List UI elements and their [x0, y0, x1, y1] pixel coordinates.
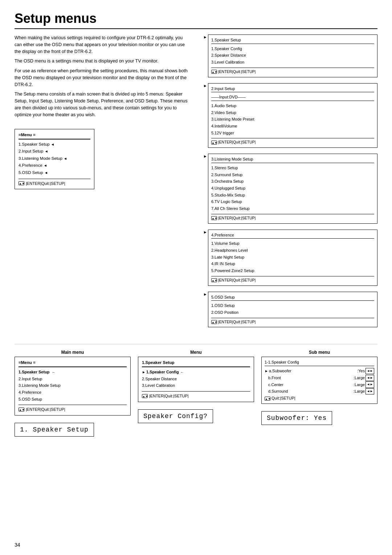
main-menu-title: =Menu =	[19, 131, 90, 139]
is-item3: 3.Listening Mode Preset	[211, 116, 374, 123]
bottom-main-menu-box: =Menu = 1.Speaker Setup ← 2.Input Setup …	[15, 357, 131, 416]
listening-mode-title: 3.Listening Mode Setup	[211, 156, 374, 163]
sub-item-d-row: d.Surround :Large ◄►	[265, 388, 374, 395]
listening-mode-box: 3.Listening Mode Setup 1.Stereo Setup 2.…	[208, 154, 377, 223]
sub-item-c-row: c.Center :Large ◄►	[265, 381, 374, 388]
osd-setup-title: 5.OSD Setup	[211, 294, 374, 301]
menu-item-5: 5.OSD Setup ◄	[19, 169, 90, 177]
sub-item-b-row: b.Front :Large ◄►	[265, 374, 374, 381]
lm-item3: 3.Orchestra Setup	[211, 178, 374, 185]
bottom-main-title: =Menu =	[19, 359, 127, 367]
bottom-sub-footer-text: Quit:|SETUP|	[271, 396, 295, 400]
menu-item-3: 3.Listening Mode Setup ◄	[19, 155, 90, 162]
bottom-menu-title: 1.Speaker Setup	[142, 359, 250, 367]
is-item5: 5.12V trigger	[211, 130, 374, 137]
bottom-mm-item2: 2.Input Setup	[19, 376, 127, 382]
sub-tag-d: ◄►	[366, 388, 374, 394]
is-item2: 2.Video Setup	[211, 109, 374, 116]
sub-tag-c: ◄►	[366, 381, 374, 388]
pref-item4: 4.IR IN Setup	[211, 260, 374, 267]
listening-mode-row: ► 3.Listening Mode Setup 1.Stereo Setup …	[203, 154, 377, 223]
osd-setup-box: 5.OSD Setup 1.OSD Setup 2.OSD Position ▲…	[208, 292, 377, 328]
bottom-menu-item1: 1.Speaker Config	[146, 369, 179, 376]
bottom-submenu-col: Sub menu 1-1.Speaker Config ► a.Subwoofe…	[261, 350, 377, 425]
ss-item2: 2.Speaker Distance	[211, 52, 374, 59]
bottom-mm-item1: 1.Speaker Setup ←	[19, 369, 127, 376]
arrow-speaker: ►	[203, 35, 207, 77]
lm-footer: ▲▼ |ENTER|Quit:|SETUP|	[211, 214, 374, 222]
sub-item-d: d.Surround	[268, 388, 288, 395]
is-item1: 1.Audio Setup	[211, 102, 374, 109]
lm-item4: 4.Unplugged Setup	[211, 185, 374, 192]
bottom-mm-item5: 5.OSD Setup	[19, 396, 127, 403]
osd-footer-text: |ENTER|Quit:|SETUP|	[218, 319, 256, 325]
is-item4: 4.IntelliVolume	[211, 123, 374, 130]
arrow-listening: ►	[203, 154, 207, 223]
lcd-menu: Speaker Config?	[138, 409, 213, 423]
arrow-osd: ►	[203, 292, 207, 328]
is-footer-text: |ENTER|Quit:|SETUP|	[218, 139, 256, 146]
submenu-label: Sub menu	[261, 350, 377, 355]
intro-para2: The OSD menu is a settings menu that is …	[15, 58, 189, 65]
input-setup-title: 2.Input Setup	[211, 85, 374, 93]
ss-item1: 1.Speaker Config	[211, 45, 374, 52]
speaker-setup-title: 1.Speaker Setup	[211, 37, 374, 44]
preference-box: 4.Preference 1.Volume Setup 2.Headphones…	[208, 230, 377, 286]
osd-item2: 2.OSD Position	[211, 309, 374, 316]
menu-label: Menu	[138, 350, 254, 355]
osd-footer: ▲▼ |ENTER|Quit:|SETUP|	[211, 318, 374, 325]
preference-title: 4.Preference	[211, 232, 374, 239]
bottom-menu-footer-text: |ENTER|Quit:|SETUP|	[149, 393, 189, 400]
menu-item-1: 1.Speaker Setup ◄	[19, 141, 90, 148]
page-number: 34	[15, 542, 20, 548]
input-setup-row: ► 2.Input Setup ——Input:DVD—— 1.Audio Se…	[203, 83, 377, 148]
lm-item7: 7.All Ch Stereo Setup	[211, 205, 374, 212]
bottom-menu-box: 1.Speaker Setup ► 1.Speaker Config ← 2.S…	[138, 357, 254, 402]
bottom-mm-item3: 3.Listening Mode Setup	[19, 382, 127, 389]
bottom-sub-title: 1-1.Speaker Config	[265, 359, 374, 366]
bottom-menu-footer: ▲▼ |ENTER|Quit:|SETUP|	[142, 391, 250, 400]
lm-item1: 1.Stereo Setup	[211, 165, 374, 171]
lm-ctrl: ▲▼	[211, 216, 217, 220]
bottom-sub-footer: ▲▼ Quit:|SETUP|	[265, 395, 374, 402]
lm-footer-text: |ENTER|Quit:|SETUP|	[218, 215, 256, 222]
input-subtitle: ——Input:DVD——	[211, 94, 374, 101]
intro-para4: The Setup menu consists of a main screen…	[15, 91, 189, 118]
preference-row: ► 4.Preference 1.Volume Setup 2.Headphon…	[203, 230, 377, 286]
speaker-setup-box: 1.Speaker Setup 1.Speaker Config 2.Speak…	[208, 35, 377, 77]
is-ctrl: ▲▼	[211, 141, 217, 145]
osd-setup-row: ► 5.OSD Setup 1.OSD Setup 2.OSD Position…	[203, 292, 377, 328]
lm-item6: 6.TV Logic Setup	[211, 198, 374, 205]
bottom-menu-item2: 2.Speaker Distance	[142, 376, 250, 382]
main-menu-footer: ▲▼ |ENTER|Quit:|SETUP|	[19, 179, 90, 187]
sub-val-c: :Large	[354, 381, 365, 388]
osd-item1: 1.OSD Setup	[211, 302, 374, 309]
lcd-sub: Subwoofer: Yes	[261, 411, 332, 425]
lm-item5: 5.Studio-Mix Setup	[211, 192, 374, 199]
lcd-main: 1. Speaker Setup	[15, 423, 94, 437]
bottom-mm-ctrl: ▲▼	[19, 408, 24, 412]
ss-footer-text: |ENTER|Quit:|SETUP|	[218, 69, 256, 75]
bottom-main-menu-col: Main menu =Menu = 1.Speaker Setup ← 2.In…	[15, 350, 131, 437]
bottom-menu-item1-row: ► 1.Speaker Config ←	[142, 369, 250, 376]
sub-val-d: :Large	[354, 388, 365, 395]
bottom-submenu-box: 1-1.Speaker Config ► a.Subwoofer :Yes ◄►…	[261, 357, 377, 404]
pref-item5: 5.Powered Zone2 Setup	[211, 267, 374, 274]
main-menu-box: =Menu = 1.Speaker Setup ◄ 2.Input Setup …	[15, 129, 94, 189]
ss-ctrl: ▲▼	[211, 70, 217, 74]
sub-item-a: a.Subwoofer	[269, 368, 291, 374]
footer-text: |ENTER|Quit:|SETUP|	[26, 180, 65, 187]
lm-item2: 2.Surround Setup	[211, 171, 374, 178]
page-title: Setup menus	[15, 11, 377, 29]
pref-ctrl: ▲▼	[211, 278, 217, 282]
ctrl-icon-1: ▲▼	[19, 181, 24, 185]
pref-footer: ▲▼ |ENTER|Quit:|SETUP|	[211, 276, 374, 284]
menu-item-4: 4.Preference ◄	[19, 162, 90, 169]
intro-para3: For use as reference when performing the…	[15, 68, 189, 88]
bottom-menu-col: Menu 1.Speaker Setup ► 1.Speaker Config …	[138, 350, 254, 423]
intro-para1: When making the various settings require…	[15, 35, 189, 55]
speaker-setup-row: ► 1.Speaker Setup 1.Speaker Config 2.Spe…	[203, 35, 377, 77]
sub-item-b: b.Front	[268, 374, 281, 381]
sub-val-b: :Large	[354, 374, 365, 381]
bottom-menu-ctrl: ▲▼	[142, 394, 148, 398]
